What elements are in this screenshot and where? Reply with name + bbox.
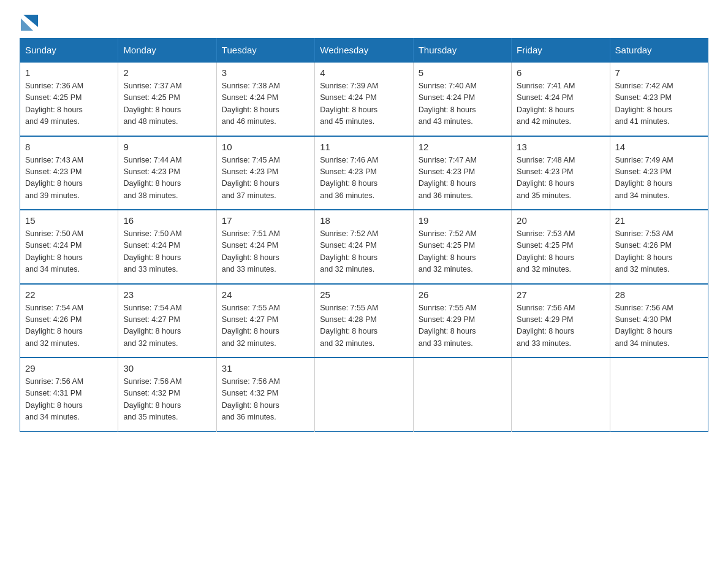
calendar-cell: 20 Sunrise: 7:53 AMSunset: 4:25 PMDaylig… [512, 210, 610, 284]
calendar-cell: 31 Sunrise: 7:56 AMSunset: 4:32 PMDaylig… [216, 358, 314, 431]
calendar-cell: 6 Sunrise: 7:41 AMSunset: 4:24 PMDayligh… [512, 62, 610, 136]
calendar-cell: 9 Sunrise: 7:44 AMSunset: 4:23 PMDayligh… [118, 136, 216, 210]
logo-triangle-icon [21, 15, 38, 31]
day-number: 23 [123, 289, 211, 300]
day-number: 11 [320, 142, 408, 152]
day-number: 13 [517, 142, 604, 152]
col-header-monday: Monday [118, 39, 216, 63]
page-header [20, 15, 708, 28]
day-number: 4 [320, 67, 408, 78]
day-info: Sunrise: 7:55 AMSunset: 4:28 PMDaylight:… [320, 304, 378, 348]
day-info: Sunrise: 7:42 AMSunset: 4:23 PMDaylight:… [615, 82, 673, 126]
day-info: Sunrise: 7:53 AMSunset: 4:26 PMDaylight:… [615, 229, 673, 274]
calendar-cell: 3 Sunrise: 7:38 AMSunset: 4:24 PMDayligh… [216, 62, 314, 136]
day-info: Sunrise: 7:48 AMSunset: 4:23 PMDaylight:… [517, 156, 575, 200]
calendar-week-row: 8 Sunrise: 7:43 AMSunset: 4:23 PMDayligh… [20, 136, 708, 210]
day-number: 31 [222, 363, 309, 373]
day-info: Sunrise: 7:56 AMSunset: 4:32 PMDaylight:… [222, 377, 280, 421]
day-number: 15 [25, 215, 113, 226]
calendar-week-row: 22 Sunrise: 7:54 AMSunset: 4:26 PMDaylig… [20, 284, 708, 358]
calendar-week-row: 1 Sunrise: 7:36 AMSunset: 4:25 PMDayligh… [20, 62, 708, 136]
day-info: Sunrise: 7:45 AMSunset: 4:23 PMDaylight:… [222, 156, 280, 200]
day-number: 19 [419, 215, 506, 226]
calendar-cell: 12 Sunrise: 7:47 AMSunset: 4:23 PMDaylig… [413, 136, 511, 210]
day-number: 9 [123, 142, 211, 152]
day-info: Sunrise: 7:52 AMSunset: 4:24 PMDaylight:… [320, 229, 378, 274]
calendar-cell: 7 Sunrise: 7:42 AMSunset: 4:23 PMDayligh… [610, 62, 708, 136]
day-info: Sunrise: 7:54 AMSunset: 4:27 PMDaylight:… [123, 304, 181, 348]
col-header-wednesday: Wednesday [315, 39, 413, 63]
day-number: 8 [25, 142, 113, 152]
day-info: Sunrise: 7:52 AMSunset: 4:25 PMDaylight:… [419, 229, 477, 274]
day-info: Sunrise: 7:37 AMSunset: 4:25 PMDaylight:… [123, 82, 181, 126]
day-info: Sunrise: 7:44 AMSunset: 4:23 PMDaylight:… [123, 156, 181, 200]
day-info: Sunrise: 7:51 AMSunset: 4:24 PMDaylight:… [222, 229, 280, 274]
calendar-cell: 27 Sunrise: 7:56 AMSunset: 4:29 PMDaylig… [512, 284, 610, 358]
day-number: 29 [25, 363, 113, 373]
day-info: Sunrise: 7:40 AMSunset: 4:24 PMDaylight:… [419, 82, 477, 126]
day-info: Sunrise: 7:56 AMSunset: 4:32 PMDaylight:… [123, 377, 181, 421]
calendar-cell: 1 Sunrise: 7:36 AMSunset: 4:25 PMDayligh… [20, 62, 118, 136]
calendar-cell: 17 Sunrise: 7:51 AMSunset: 4:24 PMDaylig… [216, 210, 314, 284]
calendar-cell [610, 358, 708, 431]
day-info: Sunrise: 7:41 AMSunset: 4:24 PMDaylight:… [517, 82, 575, 126]
day-info: Sunrise: 7:38 AMSunset: 4:24 PMDaylight:… [222, 82, 280, 126]
calendar-cell: 19 Sunrise: 7:52 AMSunset: 4:25 PMDaylig… [413, 210, 511, 284]
calendar-cell: 4 Sunrise: 7:39 AMSunset: 4:24 PMDayligh… [315, 62, 413, 136]
calendar-cell [315, 358, 413, 431]
day-info: Sunrise: 7:46 AMSunset: 4:23 PMDaylight:… [320, 156, 378, 200]
day-number: 30 [123, 363, 211, 373]
day-info: Sunrise: 7:50 AMSunset: 4:24 PMDaylight:… [123, 229, 181, 274]
calendar-cell: 25 Sunrise: 7:55 AMSunset: 4:28 PMDaylig… [315, 284, 413, 358]
day-number: 3 [222, 67, 309, 78]
calendar-cell: 14 Sunrise: 7:49 AMSunset: 4:23 PMDaylig… [610, 136, 708, 210]
day-number: 24 [222, 289, 309, 300]
day-info: Sunrise: 7:50 AMSunset: 4:24 PMDaylight:… [25, 229, 83, 274]
day-info: Sunrise: 7:49 AMSunset: 4:23 PMDaylight:… [615, 156, 673, 200]
calendar-cell: 29 Sunrise: 7:56 AMSunset: 4:31 PMDaylig… [20, 358, 118, 431]
calendar-cell: 11 Sunrise: 7:46 AMSunset: 4:23 PMDaylig… [315, 136, 413, 210]
day-info: Sunrise: 7:47 AMSunset: 4:23 PMDaylight:… [419, 156, 477, 200]
day-number: 12 [419, 142, 506, 152]
day-number: 2 [123, 67, 211, 78]
day-info: Sunrise: 7:36 AMSunset: 4:25 PMDaylight:… [25, 82, 83, 126]
calendar-cell: 15 Sunrise: 7:50 AMSunset: 4:24 PMDaylig… [20, 210, 118, 284]
col-header-friday: Friday [512, 39, 610, 63]
day-info: Sunrise: 7:56 AMSunset: 4:30 PMDaylight:… [615, 304, 673, 348]
col-header-saturday: Saturday [610, 39, 708, 63]
calendar-table: SundayMondayTuesdayWednesdayThursdayFrid… [20, 38, 708, 432]
calendar-cell: 23 Sunrise: 7:54 AMSunset: 4:27 PMDaylig… [118, 284, 216, 358]
col-header-thursday: Thursday [413, 39, 511, 63]
day-number: 28 [615, 289, 703, 300]
day-info: Sunrise: 7:53 AMSunset: 4:25 PMDaylight:… [517, 229, 575, 274]
calendar-week-row: 15 Sunrise: 7:50 AMSunset: 4:24 PMDaylig… [20, 210, 708, 284]
calendar-cell: 26 Sunrise: 7:55 AMSunset: 4:29 PMDaylig… [413, 284, 511, 358]
calendar-cell: 24 Sunrise: 7:55 AMSunset: 4:27 PMDaylig… [216, 284, 314, 358]
logo [20, 15, 38, 28]
day-number: 18 [320, 215, 408, 226]
day-number: 22 [25, 289, 113, 300]
day-number: 25 [320, 289, 408, 300]
day-info: Sunrise: 7:54 AMSunset: 4:26 PMDaylight:… [25, 304, 83, 348]
day-info: Sunrise: 7:39 AMSunset: 4:24 PMDaylight:… [320, 82, 378, 126]
calendar-cell [512, 358, 610, 431]
calendar-cell: 16 Sunrise: 7:50 AMSunset: 4:24 PMDaylig… [118, 210, 216, 284]
calendar-cell: 8 Sunrise: 7:43 AMSunset: 4:23 PMDayligh… [20, 136, 118, 210]
day-number: 14 [615, 142, 703, 152]
calendar-week-row: 29 Sunrise: 7:56 AMSunset: 4:31 PMDaylig… [20, 358, 708, 431]
day-number: 16 [123, 215, 211, 226]
day-info: Sunrise: 7:55 AMSunset: 4:27 PMDaylight:… [222, 304, 280, 348]
calendar-cell: 30 Sunrise: 7:56 AMSunset: 4:32 PMDaylig… [118, 358, 216, 431]
calendar-cell: 21 Sunrise: 7:53 AMSunset: 4:26 PMDaylig… [610, 210, 708, 284]
calendar-cell: 5 Sunrise: 7:40 AMSunset: 4:24 PMDayligh… [413, 62, 511, 136]
day-number: 7 [615, 67, 703, 78]
day-info: Sunrise: 7:43 AMSunset: 4:23 PMDaylight:… [25, 156, 83, 200]
day-number: 20 [517, 215, 604, 226]
day-number: 1 [25, 67, 113, 78]
day-number: 5 [419, 67, 506, 78]
day-number: 10 [222, 142, 309, 152]
day-number: 6 [517, 67, 604, 78]
day-number: 21 [615, 215, 703, 226]
calendar-cell: 10 Sunrise: 7:45 AMSunset: 4:23 PMDaylig… [216, 136, 314, 210]
col-header-tuesday: Tuesday [216, 39, 314, 63]
